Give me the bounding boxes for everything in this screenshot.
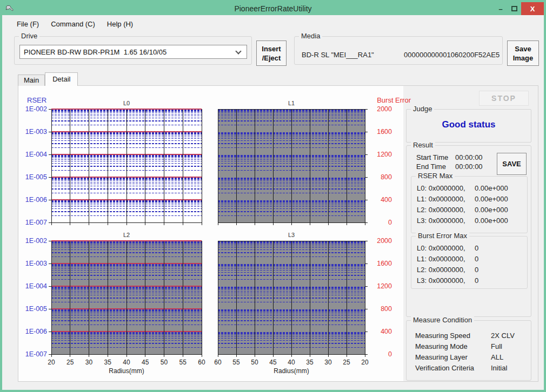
menu-bar: File (F)Command (C)Help (H) (2, 15, 544, 33)
radius-tick-label: 35 (101, 359, 115, 366)
burst-error-max-row: L2: 0x0000000,0 (417, 265, 524, 275)
chart-L3 (215, 240, 368, 358)
rser-tick-label: 1E-002 (20, 105, 47, 113)
detail-tab-page: RSERBurst ErrorL01E-0021E-0031E-0041E-00… (18, 85, 538, 382)
app-window: PioneerErrorRateUtility – X File (F)Comm… (0, 0, 546, 392)
radius-tick-label: 45 (138, 359, 152, 366)
save-image-label-line2: Image (513, 53, 534, 63)
close-button[interactable]: X (521, 2, 544, 15)
rser-tick-label: 1E-006 (20, 328, 47, 335)
burst-error-max-row-value: 0 (475, 254, 478, 265)
window-controls: – X (494, 2, 544, 15)
radius-tick-label: 20 (44, 359, 58, 366)
rser-max-row-label: L3: 0x0000000, (417, 215, 475, 226)
start-time-row: Start Time 00:00:00 (416, 153, 483, 162)
minimize-button[interactable]: – (494, 5, 507, 13)
burst-error-max-row-label: L1: 0x0000000, (417, 254, 475, 265)
media-serial-text: 000000000001060200F52AE5 (404, 51, 500, 59)
burst-error-max-row: L1: 0x0000000,0 (417, 254, 524, 265)
start-time-label: Start Time (416, 153, 455, 162)
save-button[interactable]: SAVE (497, 153, 527, 175)
wrench-icon (5, 5, 14, 13)
rser-max-group: RSER Max L0: 0x0000000,0.00e+000L1: 0x00… (411, 176, 528, 233)
rser-max-row-value: 0.00e+000 (475, 205, 508, 215)
burst-error-max-row-label: L3: 0x0000000, (417, 275, 475, 286)
measure-condition-group: Measure Condition Measuring Speed2X CLVM… (406, 320, 531, 381)
measure-condition-row: Measuring Speed2X CLV (415, 330, 527, 341)
tab-label: Detail (52, 75, 70, 83)
titlebar[interactable]: PioneerErrorRateUtility – X (2, 2, 544, 15)
rser-max-row-label: L1: 0x0000000, (417, 194, 475, 205)
tab-label: Main (24, 76, 39, 84)
rser-tick-label: 1E-006 (20, 196, 47, 204)
burst-error-tick-label: 1200 (371, 282, 392, 290)
time-rows: Start Time 00:00:00 End Time 00:00:00 (416, 153, 483, 171)
menu-item-label: Command (C) (51, 20, 95, 28)
judge-group-label: Judge (411, 105, 434, 113)
burst-error-max-row-label: L0: 0x0000000, (417, 243, 475, 254)
measure-condition-row-label: Measuring Speed (415, 330, 491, 341)
burst-error-tick-label: 400 (371, 328, 392, 335)
judge-status-text: Good status (407, 119, 531, 130)
burst-error-tick-label: 2000 (371, 105, 392, 113)
rser-tick-label: 1E-003 (20, 260, 47, 267)
end-time-row: End Time 00:00:00 (416, 162, 483, 171)
burst-error-tick-label: 1600 (371, 128, 392, 136)
tab-strip: MainDetail (18, 72, 78, 86)
drive-group-label: Drive (19, 32, 39, 40)
rser-tick-label: 1E-005 (20, 305, 47, 313)
burst-error-tick-label: 2000 (371, 237, 392, 245)
save-image-button[interactable]: Save Image (507, 40, 539, 66)
radius-tick-label: 50 (157, 359, 171, 366)
insert-eject-label-line2: /Eject (262, 53, 281, 63)
menu-item-label: File (F) (17, 20, 39, 28)
menu-item-label: Help (H) (107, 20, 133, 28)
radius-tick-label: 25 (63, 359, 77, 366)
tab[interactable]: Detail (45, 72, 78, 86)
radius-tick-label: 30 (321, 359, 335, 366)
maximize-button[interactable] (507, 2, 521, 15)
measure-condition-row-value: ALL (491, 352, 503, 363)
burst-error-max-row-value: 0 (475, 265, 478, 275)
burst-error-tick-label: 1200 (371, 151, 392, 158)
rser-tick-label: 1E-007 (20, 219, 47, 226)
drive-select-value: PIONEER BD-RW BDR-PR1M 1.65 16/10/05 (24, 48, 167, 56)
radius-tick-label: 20 (358, 359, 372, 366)
menu-item[interactable]: Command (C) (45, 18, 101, 30)
burst-error-tick-label: 400 (371, 196, 392, 204)
measure-condition-row-value: 2X CLV (491, 330, 515, 341)
measure-condition-group-label: Measure Condition (411, 316, 474, 325)
rser-max-row: L3: 0x0000000,0.00e+000 (417, 215, 524, 226)
rser-max-group-label: RSER Max (416, 172, 455, 180)
drive-select[interactable]: PIONEER BD-RW BDR-PR1M 1.65 16/10/05 (19, 45, 247, 59)
radius-tick-label: 55 (176, 359, 190, 366)
radius-axis-label: Radius(mm) (267, 367, 316, 374)
menu-item[interactable]: Help (H) (101, 18, 139, 30)
burst-error-max-rows: L0: 0x0000000,0L1: 0x0000000,0L2: 0x0000… (417, 243, 524, 286)
burst-error-tick-label: 0 (371, 350, 392, 358)
measure-condition-row-value: Full (491, 341, 502, 352)
insert-eject-button[interactable]: Insert /Eject (256, 40, 287, 66)
radius-tick-label: 30 (82, 359, 96, 366)
rser-max-row: L1: 0x0000000,0.00e+000 (417, 194, 524, 205)
stop-button[interactable]: STOP (479, 91, 529, 106)
measure-condition-row-label: Measuring Mode (415, 341, 491, 352)
burst-error-max-group: Burst Error Max L0: 0x0000000,0L1: 0x000… (411, 236, 528, 289)
rser-max-row: L0: 0x0000000,0.00e+000 (417, 183, 524, 194)
burst-error-tick-label: 0 (371, 219, 392, 226)
media-group-label: Media (299, 32, 322, 40)
rser-max-row-label: L2: 0x0000000, (417, 205, 475, 215)
rser-tick-label: 1E-004 (20, 151, 47, 158)
menu-item[interactable]: File (F) (11, 18, 45, 30)
burst-error-max-group-label: Burst Error Max (416, 232, 469, 240)
burst-error-max-row: L3: 0x0000000,0 (417, 275, 524, 286)
radius-tick-label: 40 (119, 359, 134, 366)
measure-condition-row-label: Verification Criteria (415, 363, 491, 374)
measure-condition-row: Verification CriteriaInitial (415, 363, 527, 374)
rser-max-row-label: L0: 0x0000000, (417, 183, 475, 194)
radius-tick-label: 25 (339, 359, 354, 366)
window-title: PioneerErrorRateUtility (2, 4, 544, 13)
tab[interactable]: Main (18, 75, 45, 86)
rser-max-row-value: 0.00e+000 (475, 183, 508, 194)
rser-tick-label: 1E-007 (20, 350, 47, 358)
